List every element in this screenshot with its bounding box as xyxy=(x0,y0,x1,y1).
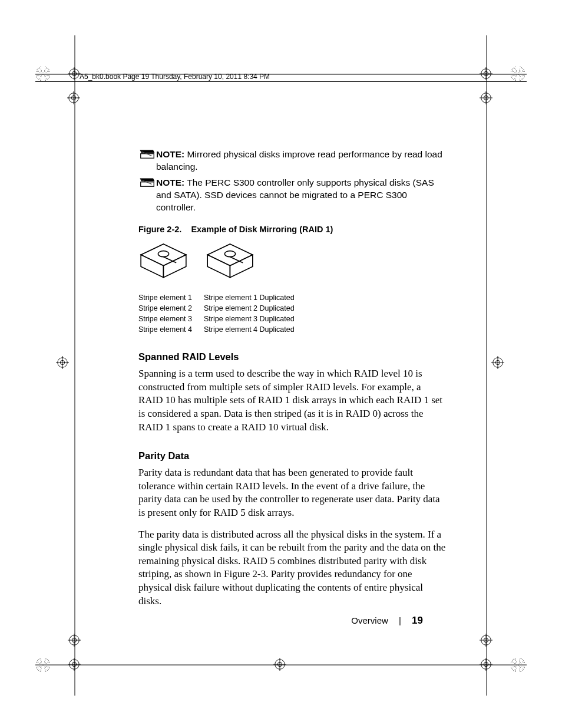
para-spanned: Spanning is a term used to describe the … xyxy=(138,367,448,434)
figure-right-col: Stripe element 1 Duplicated Stripe eleme… xyxy=(204,292,295,335)
crop-texture-icon xyxy=(510,657,525,673)
page-number: 19 xyxy=(412,615,423,626)
note-text: NOTE: Mirrored physical disks improve re… xyxy=(156,149,448,173)
stripe-label: Stripe element 1 Duplicated xyxy=(204,292,295,303)
registration-mark-icon xyxy=(480,91,492,104)
figure-labels: Stripe element 1 Stripe element 2 Stripe… xyxy=(138,292,448,335)
note-label: NOTE: xyxy=(156,177,184,187)
figure-caption-title: Example of Disk Mirroring (RAID 1) xyxy=(191,225,333,234)
note-2: NOTE: The PERC S300 controller only supp… xyxy=(138,177,448,214)
registration-mark-icon xyxy=(273,658,286,671)
registration-mark-icon xyxy=(68,634,81,647)
registration-mark-icon xyxy=(480,67,492,80)
note-icon xyxy=(138,177,156,189)
note-label: NOTE: xyxy=(156,149,184,159)
registration-mark-icon xyxy=(56,356,69,369)
registration-mark-icon xyxy=(68,67,81,80)
heading-parity: Parity Data xyxy=(138,450,448,462)
disk-icon xyxy=(205,241,255,285)
stripe-label: Stripe element 2 Duplicated xyxy=(204,303,295,314)
figure-caption: Figure 2-2. Example of Disk Mirroring (R… xyxy=(138,225,448,234)
registration-mark-icon xyxy=(480,658,492,671)
stripe-label: Stripe element 2 xyxy=(138,303,192,314)
page-footer: Overview | 19 xyxy=(0,615,562,627)
header-rule xyxy=(35,81,527,83)
svg-point-14 xyxy=(224,251,235,256)
stripe-label: Stripe element 3 Duplicated xyxy=(204,314,295,324)
note-text: NOTE: The PERC S300 controller only supp… xyxy=(156,177,448,214)
stripe-label: Stripe element 1 xyxy=(138,292,192,303)
footer-sep: | xyxy=(399,615,401,625)
footer-section: Overview xyxy=(351,615,388,625)
heading-spanned: Spanned RAID Levels xyxy=(138,351,448,363)
para-parity-2: The parity data is distributed across al… xyxy=(138,528,448,608)
page-content: NOTE: Mirrored physical disks improve re… xyxy=(138,149,448,616)
registration-mark-icon xyxy=(68,658,81,671)
stripe-label: Stripe element 4 Duplicated xyxy=(204,324,295,335)
crop-texture-icon xyxy=(510,66,525,81)
figure-left-col: Stripe element 1 Stripe element 2 Stripe… xyxy=(138,292,192,335)
para-parity-1: Parity data is redundant data that has b… xyxy=(138,466,448,519)
disk-icon xyxy=(138,241,189,285)
svg-point-9 xyxy=(158,251,168,256)
note-1: NOTE: Mirrored physical disks improve re… xyxy=(138,149,448,173)
registration-mark-icon xyxy=(491,356,504,369)
figure-disks xyxy=(138,241,448,285)
crop-texture-icon xyxy=(35,66,51,81)
note-icon xyxy=(138,149,156,160)
stripe-label: Stripe element 3 xyxy=(138,314,192,324)
page-header: A5_bk0.book Page 19 Thursday, February 1… xyxy=(80,73,270,81)
crop-texture-icon xyxy=(35,657,51,673)
stripe-label: Stripe element 4 xyxy=(138,324,192,335)
figure-caption-label: Figure 2-2. xyxy=(138,225,181,234)
registration-mark-icon xyxy=(480,634,492,647)
registration-mark-icon xyxy=(67,91,80,104)
note-body: Mirrored physical disks improve read per… xyxy=(156,149,442,172)
note-body: The PERC S300 controller only supports p… xyxy=(156,177,434,212)
